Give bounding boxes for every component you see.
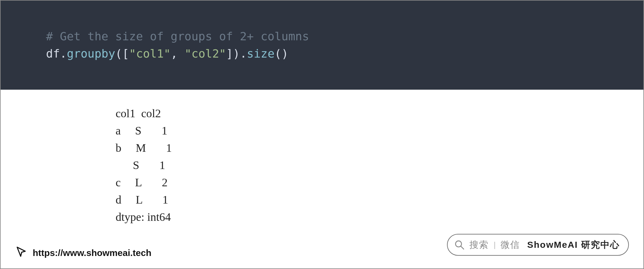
code-token-size: size	[247, 47, 275, 60]
code-token-comma: ,	[171, 47, 185, 60]
search-label-wechat: 微信	[501, 239, 520, 251]
code-token-str-col2: "col2"	[185, 47, 226, 60]
code-token-df: df	[46, 47, 60, 60]
search-icon	[454, 240, 465, 250]
code-token-bracket-open: [	[122, 47, 129, 60]
code-block: # Get the size of groups of 2+ columns d…	[1, 1, 643, 90]
code-token-dot2: .	[240, 47, 247, 60]
code-token-paren-close2: )	[281, 47, 288, 60]
code-token-str-col1: "col1"	[129, 47, 171, 60]
svg-line-1	[461, 246, 464, 249]
search-brand: ShowMeAI 研究中心	[527, 239, 620, 251]
output-text: col1 col2 a S 1 b M 1 S 1 c L 2 d L 1 dt…	[116, 107, 172, 223]
code-token-paren-close: )	[233, 47, 240, 60]
search-label-search: 搜索	[469, 239, 489, 251]
search-separator: |	[494, 240, 496, 250]
code-token-paren-open: (	[115, 47, 122, 60]
footer-url: https://www.showmeai.tech	[33, 248, 151, 258]
code-comment: # Get the size of groups of 2+ columns	[46, 30, 309, 43]
footer: https://www.showmeai.tech	[15, 246, 151, 260]
search-pill[interactable]: 搜索 | 微信 ShowMeAI 研究中心	[447, 234, 629, 256]
code-token-groupby: groupby	[67, 47, 115, 60]
code-token-dot: .	[60, 47, 67, 60]
cursor-icon	[15, 246, 27, 260]
code-token-bracket-close: ]	[226, 47, 233, 60]
code-token-paren-open2: (	[274, 47, 281, 60]
